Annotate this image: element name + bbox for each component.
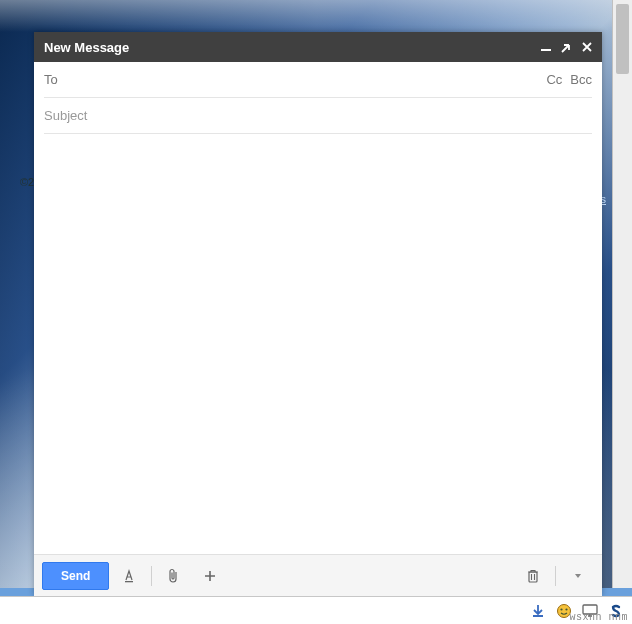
plus-icon xyxy=(204,570,216,582)
scrollbar-thumb[interactable] xyxy=(616,4,629,74)
discard-draft-button[interactable] xyxy=(517,562,549,590)
svg-point-4 xyxy=(560,608,562,610)
svg-rect-2 xyxy=(529,572,537,582)
window-title: New Message xyxy=(44,40,129,55)
window-titlebar[interactable]: New Message xyxy=(34,32,602,62)
insert-more-button[interactable] xyxy=(194,562,226,590)
popout-button[interactable] xyxy=(561,42,572,53)
message-body-input[interactable] xyxy=(44,142,592,546)
more-options-button[interactable] xyxy=(562,562,594,590)
desktop-background-top xyxy=(0,0,612,32)
attach-icon xyxy=(167,568,181,584)
attach-file-button[interactable] xyxy=(158,562,190,590)
trash-icon xyxy=(527,569,539,583)
chevron-down-icon xyxy=(574,572,582,580)
svg-rect-1 xyxy=(125,581,133,582)
cc-bcc-toggles: Cc Bcc xyxy=(546,72,592,87)
system-tray xyxy=(0,596,632,624)
bcc-toggle[interactable]: Bcc xyxy=(570,72,592,87)
to-input[interactable] xyxy=(66,72,547,87)
toolbar-separator xyxy=(151,566,152,586)
minimize-button[interactable] xyxy=(541,42,551,52)
compose-toolbar: Send xyxy=(34,554,602,596)
download-indicator[interactable] xyxy=(530,603,546,619)
to-label: To xyxy=(44,72,58,87)
copyright-text: ©2 xyxy=(20,176,34,188)
svg-point-5 xyxy=(565,608,567,610)
message-body-area[interactable] xyxy=(34,134,602,554)
toolbar-separator xyxy=(555,566,556,586)
watermark: wsxnn nnm xyxy=(569,612,628,623)
header-fields: To Cc Bcc xyxy=(34,62,602,134)
subject-field-row[interactable] xyxy=(44,98,592,134)
popout-icon xyxy=(561,42,572,53)
format-text-icon xyxy=(122,569,136,583)
close-icon xyxy=(582,42,592,52)
svg-rect-0 xyxy=(541,49,551,51)
browser-scrollbar[interactable] xyxy=(612,0,632,596)
to-field-row[interactable]: To Cc Bcc xyxy=(44,62,592,98)
download-icon xyxy=(530,603,546,619)
subject-input[interactable] xyxy=(44,108,592,123)
compose-window: New Message To Cc Bcc xyxy=(34,32,602,596)
window-controls xyxy=(541,42,592,53)
formatting-options-button[interactable] xyxy=(113,562,145,590)
cc-toggle[interactable]: Cc xyxy=(546,72,562,87)
close-button[interactable] xyxy=(582,42,592,52)
send-button[interactable]: Send xyxy=(42,562,109,590)
minimize-icon xyxy=(541,42,551,52)
